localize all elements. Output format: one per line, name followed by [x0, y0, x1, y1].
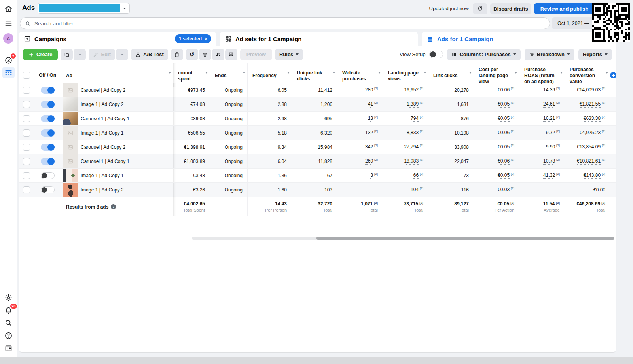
campaign-selector-dropdown[interactable]: [38, 3, 130, 14]
tab-campaigns[interactable]: Campaigns 1 selected ×: [19, 32, 216, 46]
delete-button[interactable]: [199, 49, 211, 60]
column-header-wp[interactable]: Website purchases: [337, 63, 383, 87]
column-header-ad[interactable]: Ad: [61, 63, 173, 87]
edit-options-button[interactable]: [116, 49, 128, 60]
cell-check: [19, 112, 34, 125]
review-and-publish-button[interactable]: Review and publish: [534, 3, 595, 14]
row-checkbox[interactable]: [23, 87, 30, 94]
column-header-ends[interactable]: Ends: [210, 63, 247, 87]
ad-name[interactable]: Caruosel 1 | Ad Copy 1: [81, 116, 129, 121]
metric-value: 14.39: [543, 87, 555, 93]
table-footer-row: Results from 8 adsi€4,002.65Total Spent1…: [19, 197, 616, 216]
create-button[interactable]: Create: [23, 49, 58, 60]
selected-filter-pill[interactable]: 1 selected ×: [175, 34, 211, 43]
help-icon[interactable]: [4, 332, 13, 340]
ad-status-toggle[interactable]: [41, 144, 55, 151]
column-header-ulc[interactable]: Unique link clicks: [292, 63, 337, 87]
footer-sublabel: Total: [596, 208, 605, 212]
column-header-roas[interactable]: Purchase ROAS (return on ad spend): [519, 63, 565, 87]
column-header-toggle[interactable]: Off / On: [34, 63, 61, 87]
ad-name[interactable]: Carousel | Ad Copy 2: [81, 87, 125, 93]
metric-value: 66: [413, 173, 419, 179]
columns-button[interactable]: Columns: Purchases: [447, 49, 520, 60]
ad-status-toggle[interactable]: [41, 158, 55, 165]
ad-name[interactable]: Image 1 | Ad Copy 2: [81, 187, 124, 193]
settings-gear-icon[interactable]: [4, 294, 13, 302]
ad-status-toggle[interactable]: [41, 129, 55, 136]
refresh-button[interactable]: [473, 3, 487, 14]
footer-sublabel: Per Action: [495, 208, 514, 212]
search-input[interactable]: [34, 18, 545, 28]
ad-name[interactable]: Caruosel 1 | Ad Copy 1: [81, 159, 129, 164]
results-summary: Results from 8 ads: [66, 204, 108, 210]
notifications-bell-icon[interactable]: 90: [4, 306, 13, 315]
ad-status-toggle[interactable]: [41, 115, 55, 122]
cell-ulc: 11,828: [292, 154, 337, 168]
select-all-checkbox[interactable]: [23, 72, 30, 79]
horizontal-scrollbar-track[interactable]: [192, 237, 614, 240]
menu-icon[interactable]: [4, 19, 13, 27]
export-button[interactable]: [171, 49, 183, 60]
ad-status-toggle[interactable]: [41, 101, 55, 108]
metric-value: 9.90: [546, 144, 555, 150]
column-header-spent[interactable]: mount spent: [173, 63, 210, 87]
add-column-button[interactable]: [610, 72, 616, 78]
ad-status-toggle[interactable]: [41, 87, 55, 94]
ab-test-button[interactable]: A/B Test: [131, 49, 168, 60]
audiences-button[interactable]: [212, 49, 224, 60]
close-icon[interactable]: ×: [205, 36, 207, 42]
collapse-panel-icon[interactable]: [4, 344, 13, 353]
edit-button[interactable]: Edit: [89, 49, 115, 60]
ad-name[interactable]: Image 1 | Ad Copy 1: [81, 130, 124, 136]
row-checkbox[interactable]: [23, 172, 30, 179]
ads-panel: Create Edit A/B Test: [19, 46, 616, 352]
preview-button[interactable]: Preview: [240, 49, 272, 60]
avatar[interactable]: A: [3, 33, 13, 44]
row-checkbox[interactable]: [23, 129, 30, 136]
row-checkbox[interactable]: [23, 186, 30, 193]
duplicate-options-button[interactable]: [74, 49, 86, 60]
tab-ad-sets[interactable]: Ad sets for 1 Campaign: [220, 32, 418, 46]
row-checkbox[interactable]: [23, 115, 30, 122]
tab-ads-active[interactable]: Ads for 1 Campaign: [422, 32, 616, 46]
metric-value: €0.06: [498, 130, 510, 136]
undo-button[interactable]: ↺: [186, 49, 198, 60]
ad-name[interactable]: Image 1 | Ad Copy 2: [81, 102, 124, 107]
cell-value: 1,206: [320, 102, 332, 107]
search-icon[interactable]: [4, 319, 13, 327]
ads-icon: [426, 36, 434, 43]
header-label: Website purchases: [342, 70, 376, 82]
horizontal-scrollbar-thumb[interactable]: [316, 237, 614, 240]
reports-button[interactable]: Reports: [578, 49, 612, 60]
pixel-tag-button[interactable]: [225, 49, 237, 60]
metric-value: €4,002.65: [184, 201, 205, 207]
column-header-freq[interactable]: Frequency: [247, 63, 292, 87]
row-checkbox[interactable]: [23, 158, 30, 165]
updated-status: Updated just now: [429, 6, 469, 11]
cell-cplpv: €0.03[2]: [474, 183, 519, 197]
column-header-pcv[interactable]: Purchases conversion value: [565, 63, 610, 87]
ad-name[interactable]: Image 1 | Ad Copy 1: [81, 173, 124, 178]
cell-cplpv: €0.05[2]: [474, 97, 519, 111]
ads-manager-gauge-icon[interactable]: 2: [4, 56, 13, 64]
cell-roas: 10.78[2]: [519, 154, 565, 168]
cell-lpv: 8,833[2]: [383, 126, 428, 140]
ad-status-toggle[interactable]: [41, 172, 55, 179]
rules-button[interactable]: Rules: [275, 49, 303, 60]
column-header-lpv[interactable]: Landing page views: [383, 63, 428, 87]
column-header-cplpv[interactable]: Cost per landing page view: [474, 63, 519, 87]
home-icon[interactable]: [4, 5, 13, 13]
discard-drafts-button[interactable]: Discard drafts: [490, 3, 531, 14]
ad-status-toggle[interactable]: [41, 186, 55, 193]
ad-name[interactable]: Carousel | Ad Copy 2: [81, 144, 125, 150]
breakdown-button[interactable]: Breakdown: [525, 49, 574, 60]
column-header-lc[interactable]: Link clicks: [428, 63, 474, 87]
metric-value: €14,009.03: [577, 87, 601, 93]
add-column-cell[interactable]: [610, 63, 616, 87]
row-checkbox[interactable]: [23, 144, 30, 151]
info-icon[interactable]: i: [111, 204, 116, 209]
duplicate-button[interactable]: [61, 49, 73, 60]
campaigns-table-icon[interactable]: [4, 68, 13, 77]
row-checkbox[interactable]: [23, 101, 30, 108]
view-setup-toggle[interactable]: [429, 51, 443, 58]
